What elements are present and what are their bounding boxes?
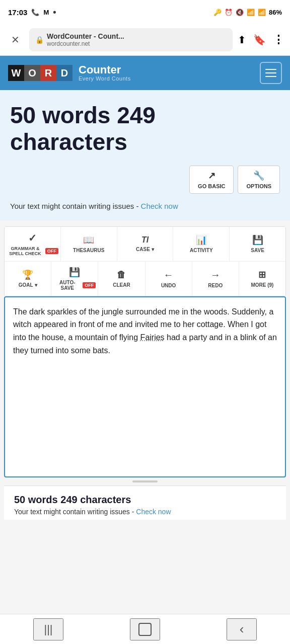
case-button[interactable]: TI CASE ▾ — [117, 227, 174, 261]
more-button[interactable]: ⊞ MORE (9) — [239, 262, 285, 296]
case-label: CASE — [136, 247, 150, 252]
toolbar-section: ✓ GRAMMAR & SPELL CHECK OFF 📖 THESAURUS … — [4, 226, 286, 296]
scroll-dots — [132, 480, 158, 482]
go-basic-button[interactable]: ↗ GO BASIC — [189, 166, 234, 194]
home-button[interactable] — [130, 618, 160, 640]
share-button[interactable]: ⬆ — [238, 34, 246, 46]
bottom-stats-section: 50 words 249 characters Your text might … — [4, 486, 286, 520]
options-icon: 🔧 — [253, 170, 264, 181]
back-button[interactable]: ‹ — [227, 618, 257, 640]
activity-icon: 📊 — [196, 234, 207, 246]
hamburger-button[interactable] — [260, 62, 282, 84]
fairies-text: Fairies — [140, 333, 165, 342]
word-count-display: 50 words 249 characters — [10, 102, 280, 155]
thesaurus-button[interactable]: 📖 THESAURUS — [61, 227, 117, 261]
browser-title-group: WordCounter - Count... wordcounter.net — [47, 32, 227, 47]
check-now-link[interactable]: Check now — [141, 202, 178, 210]
mail-icon: M — [43, 9, 49, 16]
grammar-off-badge: OFF — [45, 248, 58, 254]
bottom-nav-spacer — [0, 520, 290, 555]
browser-bar: ✕ 🔒 WordCounter - Count... wordcounter.n… — [0, 24, 290, 56]
save-label: SAVE — [251, 248, 264, 253]
case-dropdown-icon: ▾ — [152, 247, 154, 252]
go-basic-label: GO BASIC — [198, 183, 225, 189]
case-icon: TI — [141, 235, 149, 245]
undo-button[interactable]: ← UNDO — [146, 262, 192, 296]
redo-button[interactable]: → REDO — [192, 262, 239, 296]
logo-letters: W O R D — [8, 65, 72, 81]
redo-label: REDO — [208, 283, 223, 288]
dot-indicator: • — [53, 7, 56, 18]
undo-icon: ← — [164, 269, 174, 281]
lock-icon: 🔒 — [35, 36, 44, 44]
clear-button[interactable]: 🗑 CLEAR — [98, 262, 145, 296]
grammar-icon: ✓ — [28, 232, 37, 244]
menu-button[interactable]: ⋮ — [273, 33, 284, 46]
toolbar-row-2: 🏆 GOAL ▾ 💾 AUTO-SAVE OFF 🗑 CLEAR ← UNDO … — [5, 262, 285, 296]
close-button[interactable]: ✕ — [6, 31, 24, 49]
browser-tab[interactable]: 🔒 WordCounter - Count... wordcounter.net — [29, 28, 233, 51]
phone-icon: 📞 — [31, 9, 39, 16]
logo-r: R — [40, 65, 56, 81]
recent-apps-button[interactable]: ||| — [33, 618, 63, 640]
bookmark-button[interactable]: 🔖 — [253, 34, 266, 46]
options-button[interactable]: 🔧 OPTIONS — [238, 166, 280, 194]
goal-icon: 🏆 — [22, 269, 33, 280]
redo-icon: → — [210, 269, 221, 281]
thesaurus-label: THESAURUS — [73, 248, 104, 253]
action-buttons: ↗ GO BASIC 🔧 OPTIONS — [10, 166, 280, 194]
goal-dropdown-icon: ▾ — [35, 282, 37, 288]
autosave-button[interactable]: 💾 AUTO-SAVE OFF — [51, 262, 98, 296]
more-icon: ⊞ — [258, 269, 266, 280]
goal-button[interactable]: 🏆 GOAL ▾ — [5, 262, 51, 296]
activity-button[interactable]: 📊 ACTIVITY — [173, 227, 230, 261]
toolbar-row-1: ✓ GRAMMAR & SPELL CHECK OFF 📖 THESAURUS … — [5, 227, 285, 262]
undo-label: UNDO — [161, 283, 176, 288]
save-icon: 💾 — [252, 234, 263, 246]
logo-d: D — [56, 65, 72, 81]
status-right: 🔑 ⏰ 🔇 📶 📶 86% — [213, 9, 282, 16]
options-label: OPTIONS — [246, 183, 271, 189]
autosave-label: AUTO-SAVE — [53, 280, 81, 291]
go-basic-icon: ↗ — [208, 170, 215, 181]
text-content-display[interactable]: The dark sparkles of the jungle surround… — [13, 305, 277, 357]
lock-icon: 🔑 — [213, 9, 222, 16]
grammar-label: GRAMMAR & SPELL CHECK — [7, 246, 44, 256]
bottom-word-count: 50 words 249 characters — [14, 494, 276, 506]
autosave-off-badge: OFF — [83, 282, 96, 288]
word-count-text: 50 words 249 — [10, 102, 156, 128]
writing-issues: Your text might contain writing issues -… — [10, 202, 280, 210]
recent-apps-icon: ||| — [44, 623, 52, 636]
alarm-icon: ⏰ — [225, 9, 233, 16]
logo-text-group: Counter Every Word Counts — [79, 64, 131, 82]
logo-counter-text: Counter — [79, 64, 131, 75]
more-label: MORE (9) — [251, 282, 273, 288]
hamburger-line-2 — [265, 72, 276, 73]
logo-sub-text: Every Word Counts — [79, 75, 131, 82]
char-label: characters — [10, 129, 127, 155]
thesaurus-icon: 📖 — [83, 234, 94, 246]
hamburger-line-3 — [265, 76, 276, 77]
status-left: 17:03 📞 M • — [8, 7, 56, 18]
bottom-check-now-link[interactable]: Check now — [136, 508, 171, 516]
signal-icon: 📶 — [258, 9, 266, 16]
mute-icon: 🔇 — [236, 9, 244, 16]
writing-issues-text: Your text might contain writing issues - — [10, 202, 141, 210]
logo-o: O — [24, 65, 40, 81]
back-icon: ‹ — [240, 621, 244, 637]
scroll-indicator — [0, 480, 290, 482]
site-title: WordCounter - Count... — [47, 32, 227, 40]
logo-area: W O R D Counter Every Word Counts — [8, 64, 131, 82]
browser-actions: ⬆ 🔖 ⋮ — [238, 33, 284, 46]
main-stats-section: 50 words 249 characters ↗ GO BASIC 🔧 OPT… — [0, 90, 290, 220]
grammar-spell-button[interactable]: ✓ GRAMMAR & SPELL CHECK OFF — [5, 227, 61, 261]
battery-display: 86% — [269, 9, 282, 16]
clear-icon: 🗑 — [117, 270, 126, 280]
save-button[interactable]: 💾 SAVE — [230, 227, 285, 261]
home-icon — [138, 623, 152, 636]
autosave-icon: 💾 — [69, 267, 80, 278]
clear-label: CLEAR — [113, 282, 130, 288]
bottom-writing-issues: Your text might contain writing issues -… — [14, 508, 276, 516]
activity-label: ACTIVITY — [190, 248, 213, 253]
text-editor[interactable]: The dark sparkles of the jungle surround… — [4, 296, 286, 477]
